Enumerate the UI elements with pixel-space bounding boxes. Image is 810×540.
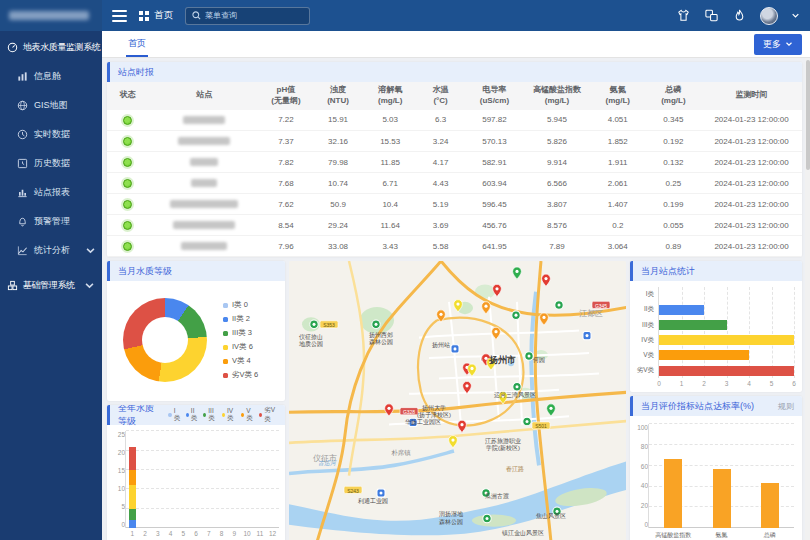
rules-link[interactable]: 规则 (778, 401, 794, 412)
bar[interactable] (659, 320, 727, 330)
globe-icon (17, 100, 28, 111)
transport-poi-icon (583, 332, 591, 340)
layout-screens-icon[interactable] (704, 8, 719, 23)
sidebar-item-alert-management[interactable]: 预警管理 (0, 207, 102, 236)
map-label-poi: 润扬湿地森林公园 (439, 510, 464, 525)
scrollbar-thumb[interactable] (806, 60, 810, 170)
sidebar-item-gis-map[interactable]: GIS地图 (0, 91, 102, 120)
map-label-poi: 仪征捺山地质公园 (299, 333, 323, 348)
bar[interactable] (761, 483, 779, 528)
sidebar-item-history-data[interactable]: 历史数据 (0, 149, 102, 178)
more-button[interactable]: 更多 (754, 34, 802, 55)
more-button-label: 更多 (763, 38, 781, 51)
menu-search-input[interactable]: 菜单查询 (185, 7, 310, 25)
legend-label: V类 (246, 407, 254, 423)
bar-row (659, 350, 794, 360)
bar[interactable] (659, 366, 794, 376)
legend-label: V类 4 (232, 356, 251, 366)
sidebar-item-station-report[interactable]: 站点报表 (0, 178, 102, 207)
gridline (649, 444, 794, 445)
park-poi-icon (525, 352, 533, 361)
x-category: 高锰酸盐指数 (655, 528, 691, 540)
cell-value: 2024-01-23 12:00:00 (701, 194, 802, 215)
bar[interactable] (659, 350, 749, 360)
table-row[interactable]: 7.3732.1615.533.24570.135.8261.8520.1922… (107, 131, 802, 152)
column-label: 站点 (150, 90, 259, 101)
menu-toggle-icon[interactable] (112, 10, 127, 22)
right-charts-column: 当月站点统计 I类II类III类IV类V类劣V类 0123456 当月评价指标站… (630, 261, 802, 540)
scrollbar[interactable] (805, 58, 810, 540)
cell-value: 5.19 (416, 194, 465, 215)
station-map[interactable]: G345S353G328S501S243 扬州市江都区仪征市扬州西郊森林公园仪征… (289, 261, 626, 540)
flame-icon[interactable] (732, 8, 747, 23)
annual-legend: I类II类III类IV类V类劣V类 (168, 406, 277, 424)
table-row[interactable]: 7.8279.9811.854.17582.919.9141.9110.1322… (107, 152, 802, 173)
sidebar-item-statistics[interactable]: 统计分析 (0, 236, 102, 265)
bar[interactable] (664, 459, 682, 528)
legend-item[interactable]: III类 3 (223, 328, 258, 338)
tab-home[interactable]: 首页 (126, 31, 148, 57)
cell-value: 7.37 (260, 131, 312, 152)
gridline (126, 488, 279, 489)
user-menu-chevron-icon[interactable] (791, 11, 800, 20)
cell-value: 3.69 (416, 215, 465, 236)
cell-value: 1.852 (590, 131, 646, 152)
cell-value: 4.051 (590, 110, 646, 131)
legend-item[interactable]: III类 (203, 407, 217, 423)
sidebar-section-base[interactable]: 基础管理系统 (0, 269, 102, 300)
legend-item[interactable]: IV类 (222, 407, 236, 423)
legend-item[interactable]: IV类 6 (223, 342, 258, 352)
legend-item[interactable]: II类 (186, 407, 199, 423)
cell-value: 570.13 (465, 131, 524, 152)
modules-icon (7, 280, 18, 291)
status-dot-green (123, 221, 132, 230)
x-tick: 1 (680, 378, 684, 387)
sidebar-section-system[interactable]: 地表水质量监测系统 (0, 31, 102, 62)
map-label-water: 古运河 (318, 460, 337, 466)
legend-item[interactable]: II类 2 (223, 314, 258, 324)
cell-value: 29.24 (312, 215, 364, 236)
legend-item[interactable]: V类 4 (223, 356, 258, 366)
sidebar-item-label: 预警管理 (34, 215, 96, 228)
history-icon (17, 158, 28, 169)
legend-item[interactable]: 劣V类 (259, 406, 277, 424)
cell-value: 2024-01-23 12:00:00 (701, 215, 802, 236)
table-row[interactable]: 7.6250.910.45.19596.453.8071.4070.199202… (107, 194, 802, 215)
column-unit: (无量纲) (261, 96, 311, 107)
station-name-redacted (178, 137, 230, 145)
column-unit: (°C) (417, 96, 464, 107)
table-row[interactable]: 7.9633.083.435.58641.957.893.0640.892024… (107, 236, 802, 257)
table-row[interactable]: 8.5429.2411.643.69456.768.5760.20.055202… (107, 215, 802, 236)
y-category: IV类 (634, 333, 654, 348)
x-tick: 7 (203, 528, 216, 537)
column-label: 监测时间 (702, 90, 801, 101)
column-header: 站点 (149, 82, 260, 110)
sidebar-item-info-hub[interactable]: 信息舱 (0, 62, 102, 91)
bar[interactable] (713, 469, 731, 528)
cell-value: 0.199 (646, 194, 702, 215)
sidebar-item-realtime-data[interactable]: 实时数据 (0, 120, 102, 149)
x-tick: 10 (241, 528, 254, 537)
legend-item[interactable]: 劣V类 6 (223, 370, 258, 380)
cell-value: 15.91 (312, 110, 364, 131)
breadcrumb-home[interactable]: 首页 (139, 9, 173, 22)
chevron-down-icon (785, 40, 793, 48)
theme-shirt-icon[interactable] (676, 8, 691, 23)
station-name-redacted (173, 221, 235, 229)
park-poi-icon (555, 301, 563, 310)
bar[interactable] (659, 335, 794, 345)
bar-row (659, 305, 794, 315)
legend-item[interactable]: I类 (168, 407, 181, 423)
status-dot-green (123, 242, 132, 251)
user-avatar[interactable] (760, 7, 778, 25)
bar[interactable] (659, 305, 704, 315)
legend-item[interactable]: V类 (241, 407, 254, 423)
cell-value: 11.64 (364, 215, 416, 236)
cell-value: 582.91 (465, 152, 524, 173)
bar-chart-icon (17, 71, 28, 82)
road-badge: G345 (592, 301, 610, 308)
table-row[interactable]: 7.2215.915.036.3597.825.9454.0510.345202… (107, 110, 802, 131)
legend-item[interactable]: I类 0 (223, 300, 258, 310)
cell-value: 6.71 (364, 173, 416, 194)
table-row[interactable]: 7.6810.746.714.43603.946.5662.0610.25202… (107, 173, 802, 194)
